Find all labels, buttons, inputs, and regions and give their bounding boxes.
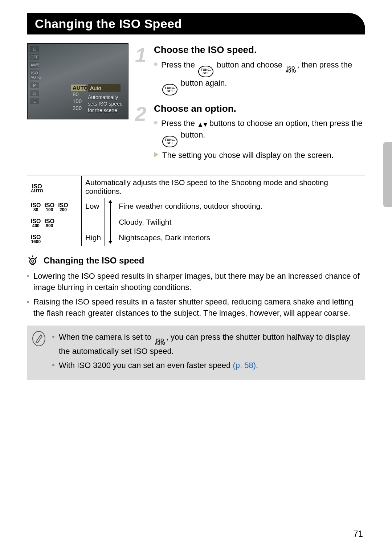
bullet-icon [52,364,54,366]
table-row-icons: ISOAUTO [27,176,82,198]
bullet-icon [27,301,29,303]
lcd-side-icon: □ [30,90,39,96]
bullet-icon [154,62,158,66]
iso-800-icon: ISO800 [45,219,55,228]
page-title: Changing the ISO Speed [27,13,365,34]
bullet-icon [154,121,158,124]
lcd-menu-item: 80 [71,91,86,98]
svg-line-4 [35,257,37,259]
iso-80-icon: ISO80 [31,203,41,212]
table-row-desc: Nightscapes, Dark interiors [115,230,365,246]
iso-auto-icon: ISOAUTO [286,66,296,73]
iso-100-icon: ISO100 [45,203,55,212]
step-number: 2 [135,99,146,128]
page-reference-link[interactable]: (p. 58) [233,361,256,370]
steps-list: 1Choose the ISO speed.Press the FUNC.SET… [143,43,365,168]
table-row-desc: Automatically adjusts the ISO speed to t… [82,176,365,198]
lcd-side-icon: ISO AUTO [30,70,39,80]
page-number: 71 [353,529,363,539]
step-line: Press the FUNC.SET button and choose ISO… [154,59,365,95]
step-text: The setting you chose will display on th… [162,150,334,161]
step-line: The setting you chose will display on th… [154,150,365,161]
tip-bullet: Raising the ISO speed results in a faste… [27,297,365,319]
table-row-scale: Low [82,198,105,214]
lcd-side-icon: AWB [30,62,39,68]
result-arrow-icon [154,152,159,158]
table-row-icons: ISO80ISO100ISO200 [27,198,82,214]
func-set-button-icon: FUNC.SET [198,66,213,77]
step-title: Choose an option. [154,102,365,116]
lcd-menu-item: 200 [71,105,86,111]
table-row-desc: Cloudy, Twilight [115,214,365,230]
tip-section: Q Changing the ISO speed Lowering the IS… [27,255,365,319]
svg-line-3 [29,257,30,259]
lcd-menu-auto: AUTO [71,85,86,91]
lcd-side-icon: OFF [30,54,39,60]
step: 1Choose the ISO speed.Press the FUNC.SET… [143,43,365,95]
lcd-side-icon: L [30,98,39,104]
table-row-scale [82,214,105,230]
svg-text:Q: Q [31,259,34,263]
iso-auto-icon: ISOAUTO [31,184,43,193]
bullet-icon [27,275,29,277]
note-bullet: When the camera is set to ISOAUTO, you c… [52,331,359,357]
iso-200-icon: ISO200 [58,203,68,212]
svg-point-6 [33,331,45,346]
camera-lcd-preview: ⎕OFFAWBISO AUTOP□L AUTO 80100200 Auto Au… [27,43,128,119]
lcd-auto-desc: Automatically sets ISO speed for the sce… [88,94,128,114]
tip-heading: Changing the ISO speed [44,255,144,266]
func-set-button-icon: FUNC.SET [162,84,177,95]
step-title: Choose the ISO speed. [154,43,365,57]
table-row-desc: Fine weather conditions, outdoor shootin… [115,198,365,214]
note-text: With ISO 3200 you can set an even faster… [59,360,258,371]
step: 2Choose an option.Press the ▲▼ buttons t… [143,102,365,161]
step-line: Press the ▲▼ buttons to choose an option… [154,118,365,147]
pencil-icon [32,331,46,347]
step-text: Press the FUNC.SET button and choose ISO… [161,59,365,95]
table-row-icons: ISO400ISO800 [27,214,82,230]
note-box: When the camera is set to ISOAUTO, you c… [27,326,365,380]
tip-text: Raising the ISO speed results in a faste… [33,297,365,319]
scale-arrow-icon [105,198,115,246]
iso-table: ISOAUTOAutomatically adjusts the ISO spe… [27,176,365,246]
table-row-icons: ISO1600 [27,230,82,246]
section-tab [383,142,392,207]
note-bullet: With ISO 3200 you can set an even faster… [52,360,359,371]
iso-400-icon: ISO400 [31,219,41,228]
note-text: When the camera is set to ISOAUTO, you c… [59,331,359,357]
lcd-side-icon: P [30,82,39,88]
iso-1600-icon: ISO1600 [31,235,41,244]
step-number: 1 [135,40,146,70]
tip-bullet: Lowering the ISO speed results in sharpe… [27,271,365,293]
table-row-scale: High [82,230,105,246]
lcd-menu-item: 100 [71,98,86,105]
tip-text: Lowering the ISO speed results in sharpe… [33,271,365,293]
step-text: Press the ▲▼ buttons to choose an option… [161,118,365,147]
iso-auto-icon: ISOAUTO [155,339,165,345]
lcd-auto-label: Auto [88,84,121,92]
lightbulb-icon: Q [27,255,38,266]
bullet-icon [52,336,54,338]
func-set-button-icon: FUNC.SET [162,136,177,147]
svg-rect-1 [32,264,34,265]
up-down-icon: ▲▼ [197,121,207,128]
lcd-side-icon: ⎕ [30,46,39,52]
